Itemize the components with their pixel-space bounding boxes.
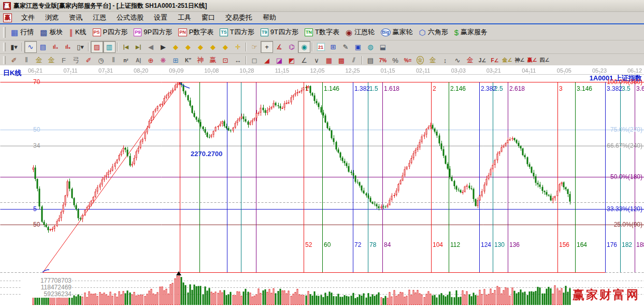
button-t-number-table[interactable]: TNT数字表 xyxy=(302,26,342,38)
menu-tools[interactable]: 工具 xyxy=(173,12,196,23)
button-gold-angle[interactable]: 金∠ xyxy=(501,54,513,66)
button-percent[interactable]: % xyxy=(389,54,402,66)
button-width-measure[interactable]: ↔ xyxy=(232,54,244,66)
button-star-multi[interactable]: ❋ xyxy=(157,54,169,66)
menu-trade-order[interactable]: 交易委托 xyxy=(220,12,257,23)
button-nine-day-chart[interactable]: ıl₉ xyxy=(62,41,74,53)
button-chip-distribution[interactable]: ▨ xyxy=(91,41,103,53)
button-memo-notes[interactable]: ✎ xyxy=(339,41,352,53)
menu-formula-picker[interactable]: 公式选股 xyxy=(111,12,149,23)
button-grid-tool-2[interactable]: ⫴ xyxy=(107,54,120,66)
button-gann-fan[interactable]: ◢ xyxy=(261,54,273,66)
button-grid-tool[interactable]: ⫴ xyxy=(20,54,33,66)
button-pan-cross[interactable]: ✛ xyxy=(232,41,244,53)
button-timeshare-chart[interactable]: ∿ xyxy=(24,41,37,53)
button-percent-7[interactable]: 7% xyxy=(377,54,389,66)
button-zoom-left-diamond[interactable]: ◆ xyxy=(169,41,182,53)
button-candle-style-dropdown[interactable]: ▯▾ xyxy=(74,41,87,53)
button-period-day-dropdown[interactable]: ▮▾ xyxy=(8,41,20,53)
percent-7-icon: 7% xyxy=(379,58,387,63)
button-last-page[interactable]: ▶| xyxy=(132,41,145,53)
button-gold-circle[interactable]: 金 xyxy=(414,54,426,66)
button-price-ruler[interactable]: ▤ xyxy=(364,54,377,66)
button-k-marks[interactable]: K″ xyxy=(182,54,194,66)
button-pc-export[interactable]: ⬓ xyxy=(377,41,389,53)
button-fan-box-2[interactable]: ◩ xyxy=(285,54,298,66)
menu-news[interactable]: 资讯 xyxy=(64,12,88,23)
button-percent-lines[interactable]: %= xyxy=(402,54,414,66)
button-f-grid[interactable]: F xyxy=(58,54,70,66)
menu-browse[interactable]: 浏览 xyxy=(40,12,64,23)
button-f-angle[interactable]: F∠ xyxy=(489,54,501,66)
button-p-number-table[interactable]: PNP数字表 xyxy=(175,26,217,38)
button-si-angle[interactable]: 四∠ xyxy=(538,54,551,66)
button-9t-square[interactable]: T99T四方形 xyxy=(257,26,302,38)
button-updown-pen[interactable]: ↕ xyxy=(439,54,451,66)
button-gold-grid-1[interactable]: 金 xyxy=(33,54,45,66)
button-zoom-all-diamond[interactable]: ◆ xyxy=(219,41,232,53)
button-bow-grid[interactable]: 弓 xyxy=(70,54,82,66)
button-web-grid[interactable]: ⊞ xyxy=(169,54,182,66)
button-next-page[interactable]: ▶ xyxy=(157,41,169,53)
button-calendar-21[interactable]: 21 xyxy=(314,41,327,53)
button-first-page[interactable]: |◀ xyxy=(120,41,132,53)
button-red-pen-grid[interactable]: ✐ xyxy=(82,54,95,66)
button-kline[interactable]: ∥K线 xyxy=(66,26,89,38)
button-grid-square-2[interactable]: ▩ xyxy=(335,54,348,66)
menu-gann[interactable]: 江恩 xyxy=(88,12,111,23)
button-info-document[interactable]: ▤ xyxy=(37,41,49,53)
menu-window[interactable]: 窗口 xyxy=(196,12,220,23)
button-gann-wheel[interactable]: ◉江恩轮 xyxy=(342,26,378,38)
button-chip-histogram[interactable]: ▥ xyxy=(103,41,116,53)
button-grid-square[interactable]: ▦ xyxy=(323,54,335,66)
button-save-disk[interactable]: ▣ xyxy=(352,41,364,53)
button-box-tool[interactable]: ◻ xyxy=(248,54,261,66)
button-wave-box[interactable]: ∿ xyxy=(451,54,464,66)
button-t-square[interactable]: TST四方形 xyxy=(217,26,257,38)
button-hexagon[interactable]: ⬡六角形 xyxy=(416,26,451,38)
button-parallel-lines[interactable]: ⫽ xyxy=(348,54,360,66)
button-zigzag-tool[interactable]: ∨ xyxy=(310,54,323,66)
button-number-grid[interactable]: ⊡ xyxy=(219,54,232,66)
button-9p-square[interactable]: P99P四方形 xyxy=(131,26,175,38)
button-p-square[interactable]: PSP四方形 xyxy=(90,26,131,38)
button-three-day-chart[interactable]: ıl₃ xyxy=(49,41,62,53)
menu-help[interactable]: 帮助 xyxy=(257,12,281,23)
button-zoom-right-diamond[interactable]: ◆ xyxy=(182,41,194,53)
button-mirror-a[interactable]: A| xyxy=(132,54,145,66)
chip-distribution-icon: ▨ xyxy=(94,43,100,51)
button-gold-grid-2[interactable]: 金 xyxy=(45,54,58,66)
button-ying-angle[interactable]: 赢∠ xyxy=(526,54,538,66)
menu-settings[interactable]: 设置 xyxy=(149,12,173,23)
button-magic-tool[interactable]: ⌬ xyxy=(285,41,298,53)
button-shen-angle[interactable]: 神∠ xyxy=(513,54,526,66)
button-brain-tool[interactable]: ◉ xyxy=(298,41,310,53)
button-calculator[interactable]: ⊞ xyxy=(327,41,339,53)
button-winner-service[interactable]: $赢家服务 xyxy=(451,26,491,38)
button-sectors[interactable]: ▩板块 xyxy=(37,26,66,38)
button-target-circle[interactable]: ⊕ xyxy=(145,54,157,66)
button-gold-underline[interactable]: 金 xyxy=(464,54,476,66)
button-draw-compass[interactable]: ✐ xyxy=(8,54,20,66)
three-day-chart-icon: ıl₃ xyxy=(53,44,58,50)
button-gold-lines[interactable]: 金 xyxy=(426,54,439,66)
button-hand-tool[interactable]: ☞ xyxy=(248,41,261,53)
button-winner-wheel[interactable]: Big赢家轮 xyxy=(378,26,416,38)
button-ying-grid[interactable]: 赢 xyxy=(207,54,219,66)
button-market-quotes[interactable]: ▦行情 xyxy=(8,26,37,38)
button-crosshair-tool[interactable]: + xyxy=(261,41,273,53)
button-n-square[interactable]: n² xyxy=(120,54,132,66)
button-prev-page[interactable]: ◀ xyxy=(145,41,157,53)
button-angle-measure[interactable]: ∡ xyxy=(273,41,285,53)
button-web-update[interactable]: ◍ xyxy=(364,41,377,53)
button-shen-grid[interactable]: 神 xyxy=(194,54,207,66)
button-angle-lines[interactable]: ∠ xyxy=(298,54,310,66)
button-j-angle[interactable]: J∠ xyxy=(476,54,489,66)
button-zoom-horizontal-diamond[interactable]: ◆ xyxy=(194,41,207,53)
button-clock-cycle[interactable]: ◷ xyxy=(95,54,107,66)
wave-box-icon: ∿ xyxy=(455,57,461,64)
menu-file[interactable]: 文件 xyxy=(16,12,40,23)
button-zoom-x-diamond[interactable]: ◆ xyxy=(207,41,219,53)
kline-canvas[interactable] xyxy=(0,65,644,306)
button-fan-box[interactable]: ◪ xyxy=(273,54,285,66)
